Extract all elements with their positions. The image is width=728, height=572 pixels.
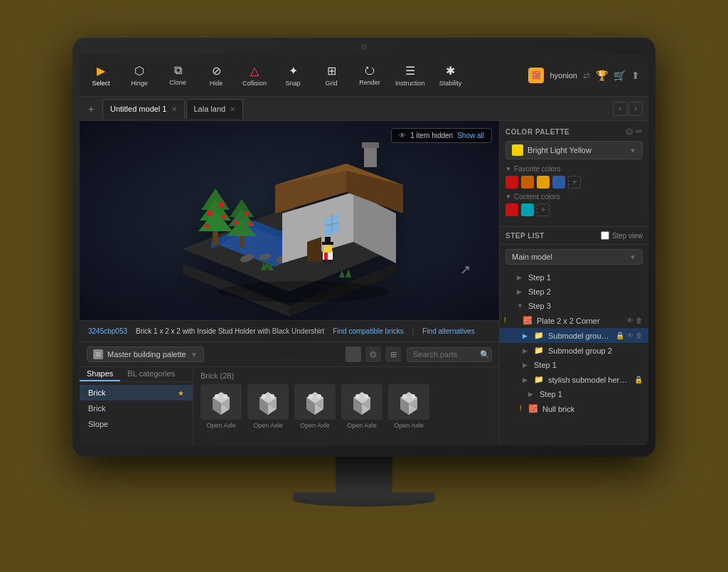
toolbar-grid[interactable]: ⊞ Grid [318, 64, 344, 87]
submodel-group-2-row[interactable]: ▶ 📁 Submodel group 2 🔒 👁 [500, 343, 648, 358]
add-content-color-button[interactable]: + [537, 203, 550, 216]
show-all-button[interactable]: Show all [457, 132, 484, 139]
step1-expand-icon: ▶ [517, 274, 524, 281]
filter-icon[interactable]: ⏣ [365, 346, 381, 362]
part-thumb-1 [200, 384, 242, 420]
tab2-close[interactable]: ✕ [230, 105, 235, 113]
color-dropdown[interactable]: Bright Light Yellow ▼ [505, 141, 643, 159]
app: ▶ Select ⬡ Hinge ⧉ Clone ⊘ Hide [80, 54, 648, 445]
filter-palette-icon[interactable]: ⏣ [626, 127, 633, 137]
hinge-label: Hinge [131, 80, 148, 87]
content-swatch-2[interactable] [521, 203, 534, 216]
lock-icon-3[interactable]: 🔒 [634, 376, 643, 383]
null-brick-row[interactable]: ! 🧱 Null brick [500, 401, 648, 416]
category-brick-2[interactable]: Brick [80, 401, 193, 416]
find-compatible-link[interactable]: Find compatible bricks [333, 327, 403, 335]
category-brick-1[interactable]: Brick ★ [80, 385, 193, 401]
lock-icon-2[interactable]: 🔒 [625, 346, 633, 354]
step-row-3[interactable]: ▼ Step 3 [500, 299, 648, 313]
tab-lala-land[interactable]: Lala land ✕ [186, 99, 244, 119]
tab-untitled-model-1[interactable]: Untitled model 1 ✕ [102, 99, 185, 119]
delete-icon-1[interactable]: 🗑 [636, 332, 643, 339]
shapes-tab[interactable]: Shapes [80, 367, 120, 381]
part-label-1: Open Axle [206, 422, 236, 429]
fav-swatch-2[interactable] [521, 176, 534, 189]
toolbar-select[interactable]: ▶ Select [88, 64, 114, 87]
part-label-4: Open Axle [347, 422, 377, 429]
svg-point-13 [207, 211, 213, 216]
render-label: Render [359, 79, 380, 86]
bl-categories-tab[interactable]: BL categories [120, 367, 182, 381]
svg-point-16 [205, 224, 209, 228]
add-fav-color-button[interactable]: + [568, 176, 581, 189]
svg-point-22 [245, 211, 249, 216]
step-list-section: STEP LIST Step view Main model ▼ [500, 227, 648, 445]
step-list-title: STEP LIST [505, 232, 545, 240]
fav-swatch-3[interactable] [537, 176, 550, 189]
svg-rect-17 [240, 235, 245, 248]
grid-label: Grid [325, 80, 337, 87]
plate-2x2-row[interactable]: ! 🧱 Plate 2 x 2 Corner 👁 🗑 [500, 313, 648, 328]
palette-name: Master building palette [107, 350, 186, 359]
part-item-5[interactable]: Open Axle [388, 384, 429, 429]
step-row-1[interactable]: ▶ Step 1 [500, 270, 648, 285]
parts-panel-header: ⊞ Master building palette ▼ ⏣ ⊞ [80, 342, 499, 367]
toolbar-hinge[interactable]: ⬡ Hinge [127, 64, 152, 87]
cart-icon: 🛒 [614, 70, 626, 81]
favorite-colors-row: + [505, 176, 643, 189]
eye-icon[interactable]: 👁 [626, 317, 633, 324]
step-row-nested-1[interactable]: ▶ Step 1 [500, 358, 648, 372]
folder-icon-2: 📁 [534, 346, 544, 355]
parts-panel: ⊞ Master building palette ▼ ⏣ ⊞ [80, 341, 499, 445]
model-selector-label: Main model [512, 253, 552, 261]
svg-point-71 [364, 394, 368, 398]
grid-view-icon[interactable]: ⊞ [385, 346, 401, 362]
step-view-checkbox[interactable]: Step view [601, 231, 643, 240]
step-view-input[interactable] [601, 231, 609, 240]
lock-icon-1[interactable]: 🔒 [616, 332, 624, 339]
toolbar-instruction[interactable]: ☰ Instruction [395, 64, 425, 87]
toolbar-collision[interactable]: △ Collision [242, 64, 267, 87]
search-box[interactable]: 🔍 [407, 347, 492, 362]
toolbar-hide[interactable]: ⊘ Hide [203, 64, 229, 87]
part-label-5: Open Axle [394, 422, 424, 429]
tab-prev-button[interactable]: ‹ [613, 102, 627, 116]
viewport-3d[interactable]: 👁 1 item hidden Show all [80, 121, 499, 320]
submodel-group-1-row[interactable]: ▶ 📁 Submodel group 1 🔒 👁 🗑 [500, 328, 648, 343]
model-selector[interactable]: Main model ▼ [505, 249, 643, 265]
right-panel: COLOR PALETTE ⏣ ✏ Bright Light Yellow ▼ [499, 121, 648, 445]
tab-next-button[interactable]: › [628, 102, 643, 116]
content-swatch-1[interactable] [505, 203, 518, 216]
step-row-deep-1[interactable]: ▶ Step 1 [500, 387, 648, 401]
plate-actions: 👁 🗑 [626, 317, 643, 324]
fav-swatch-1[interactable] [505, 176, 518, 189]
delete-icon[interactable]: 🗑 [636, 317, 643, 324]
search-input[interactable] [413, 350, 477, 359]
step-list-header: STEP LIST Step view [500, 227, 648, 245]
tab-add-button[interactable]: + [82, 100, 100, 117]
part-item-2[interactable]: Open Axle [247, 384, 289, 429]
stylish-submodel-row[interactable]: ▶ 📁 stylish submodel here y... 🔒 [500, 372, 648, 387]
toolbar-stability[interactable]: ✱ Stability [438, 64, 464, 87]
toolbar-clone[interactable]: ⧉ Clone [165, 64, 191, 86]
toolbar-render[interactable]: ⭮ Render [357, 64, 382, 86]
eye-icon-1[interactable]: 👁 [626, 332, 633, 339]
eye-icon-2[interactable]: 👁 [636, 346, 643, 354]
part-item-4[interactable]: Open Axle [341, 384, 382, 429]
svg-point-77 [411, 394, 415, 398]
edit-palette-icon[interactable]: ✏ [636, 127, 643, 137]
part-item-1[interactable]: Open Axle [200, 384, 242, 429]
toolbar-snap[interactable]: ✦ Snap [280, 64, 306, 87]
fav-swatch-4[interactable] [552, 176, 565, 189]
svg-rect-34 [362, 142, 379, 148]
part-info-bar: 3245cbp053 Brick 1 x 2 x 2 with Inside S… [80, 320, 499, 341]
step-row-2[interactable]: ▶ Step 2 [500, 285, 648, 299]
tab1-close[interactable]: ✕ [171, 105, 177, 113]
part-item-3[interactable]: Open Axle [294, 384, 336, 429]
category-slope[interactable]: Slope [80, 416, 193, 432]
svg-point-76 [402, 394, 407, 398]
palette-selector[interactable]: ⊞ Master building palette ▼ [87, 346, 204, 362]
hide-label: Hide [210, 80, 223, 87]
subgroup1-actions: 🔒 👁 🗑 [616, 332, 643, 339]
find-alternatives-link[interactable]: Find alternatives [422, 327, 474, 335]
